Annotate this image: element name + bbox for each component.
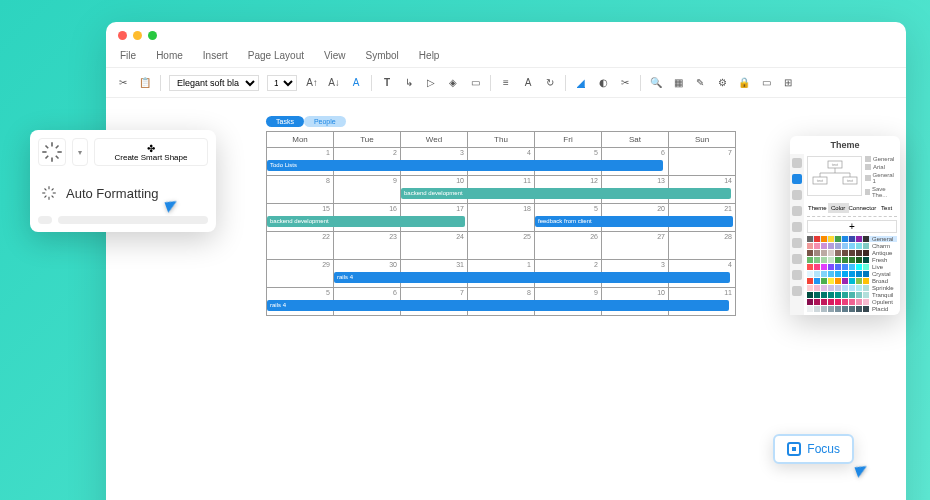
cal-cell[interactable]: 5feedback from client [535,204,602,232]
cal-cell[interactable]: 11 [669,288,736,316]
spark-icon[interactable] [38,138,66,166]
cal-cell[interactable]: 15backend development [267,204,334,232]
side-icon-1[interactable] [792,158,802,168]
preview-item[interactable]: Arial [865,164,897,170]
cal-cell[interactable]: 10 [602,288,669,316]
cal-cell[interactable]: 2 [334,148,401,176]
cal-cell[interactable]: 24 [401,232,468,260]
shape-icon[interactable]: ▭ [468,76,482,90]
cal-cell[interactable]: 5rails 4 [267,288,334,316]
side-icon-9[interactable] [792,286,802,296]
cal-cell[interactable]: 12 [535,176,602,204]
menu-home[interactable]: Home [156,50,183,61]
side-icon-2[interactable] [792,174,802,184]
cal-cell[interactable]: 11 [468,176,535,204]
side-icon-6[interactable] [792,238,802,248]
preview-item[interactable]: General [865,156,897,162]
cal-cell[interactable]: 8 [468,288,535,316]
settings-icon[interactable]: ⚙ [715,76,729,90]
pointer-icon[interactable]: ▷ [424,76,438,90]
cal-cell[interactable]: 10backend development [401,176,468,204]
palette-crystal[interactable]: Crystal [807,271,897,277]
palette-antique[interactable]: Antique [807,250,897,256]
grid-icon[interactable]: ⊞ [781,76,795,90]
menu-file[interactable]: File [120,50,136,61]
cal-cell[interactable]: 7 [401,288,468,316]
preview-item[interactable]: Save The... [865,186,897,198]
side-icon-5[interactable] [792,222,802,232]
pen-icon[interactable]: ✎ [693,76,707,90]
cal-cell[interactable]: 4 [669,260,736,288]
cal-cell[interactable]: 4 [468,148,535,176]
cal-cell[interactable]: 20 [602,204,669,232]
size-select[interactable]: 12 [267,75,297,91]
add-theme-button[interactable]: + [807,220,897,233]
increase-font-icon[interactable]: A↑ [305,76,319,90]
menu-help[interactable]: Help [419,50,440,61]
cal-cell[interactable]: 29 [267,260,334,288]
crop-icon[interactable]: ✂ [618,76,632,90]
create-smart-shape-button[interactable]: ✤ Create Smart Shape [94,138,208,166]
close-dot[interactable] [118,31,127,40]
auto-formatting-button[interactable]: Auto Formatting [38,178,208,208]
cal-cell[interactable]: 23 [334,232,401,260]
palette-fresh[interactable]: Fresh [807,257,897,263]
cal-cell[interactable]: 17 [401,204,468,232]
menu-symbol[interactable]: Symbol [366,50,399,61]
tab-tasks[interactable]: Tasks [266,116,304,127]
cal-cell[interactable]: 2 [535,260,602,288]
align-left-icon[interactable]: ≡ [499,76,513,90]
cal-cell[interactable]: 1Todo Lists [267,148,334,176]
cal-cell[interactable]: 6 [334,288,401,316]
cal-cell[interactable]: 28 [669,232,736,260]
paste-icon[interactable]: 📋 [138,76,152,90]
minimize-dot[interactable] [133,31,142,40]
tab-people[interactable]: People [304,116,346,127]
palette-broad[interactable]: Broad [807,278,897,284]
side-icon-4[interactable] [792,206,802,216]
cal-cell[interactable]: 5 [535,148,602,176]
search-icon[interactable]: 🔍 [649,76,663,90]
layers-icon[interactable]: ◈ [446,76,460,90]
table-icon[interactable]: ▦ [671,76,685,90]
palette-general[interactable]: General [807,236,897,242]
cal-cell[interactable]: 18 [468,204,535,232]
focus-button[interactable]: Focus [773,434,854,464]
theme-tab-text[interactable]: Text [876,203,897,213]
palette-opulent[interactable]: Opulent [807,299,897,305]
side-icon-3[interactable] [792,190,802,200]
dash-icon[interactable]: ▭ [759,76,773,90]
cal-cell[interactable]: 7 [669,148,736,176]
cal-cell[interactable]: 22 [267,232,334,260]
cal-cell[interactable]: 9 [334,176,401,204]
auto-format-slider[interactable] [38,216,208,224]
cut-icon[interactable]: ✂ [116,76,130,90]
cal-cell[interactable]: 3 [602,260,669,288]
text-icon[interactable]: T [380,76,394,90]
effects-icon[interactable]: ◐ [596,76,610,90]
cal-cell[interactable]: 9 [535,288,602,316]
cal-cell[interactable]: 13 [602,176,669,204]
cal-cell[interactable]: 16 [334,204,401,232]
palette-live[interactable]: Live [807,264,897,270]
cal-cell[interactable]: 21 [669,204,736,232]
font-icon[interactable]: A [521,76,535,90]
canvas[interactable]: Tasks People MonTueWedThuFriSatSun 1Todo… [106,98,906,334]
chevron-down-icon[interactable]: ▾ [72,138,88,166]
theme-tab-theme[interactable]: Theme [807,203,828,213]
decrease-font-icon[interactable]: A↓ [327,76,341,90]
theme-tab-color[interactable]: Color [828,203,849,213]
rotate-icon[interactable]: ↻ [543,76,557,90]
palette-sprinkle[interactable]: Sprinkle [807,285,897,291]
color-icon[interactable]: A [349,76,363,90]
cal-cell[interactable]: 8 [267,176,334,204]
menu-view[interactable]: View [324,50,346,61]
cal-cell[interactable]: 14 [669,176,736,204]
cal-cell[interactable]: 26 [535,232,602,260]
preview-item[interactable]: General 1 [865,172,897,184]
menu-insert[interactable]: Insert [203,50,228,61]
cal-cell[interactable]: 3 [401,148,468,176]
theme-tab-connector[interactable]: Connector [849,203,877,213]
side-icon-8[interactable] [792,270,802,280]
cal-cell[interactable]: 27 [602,232,669,260]
